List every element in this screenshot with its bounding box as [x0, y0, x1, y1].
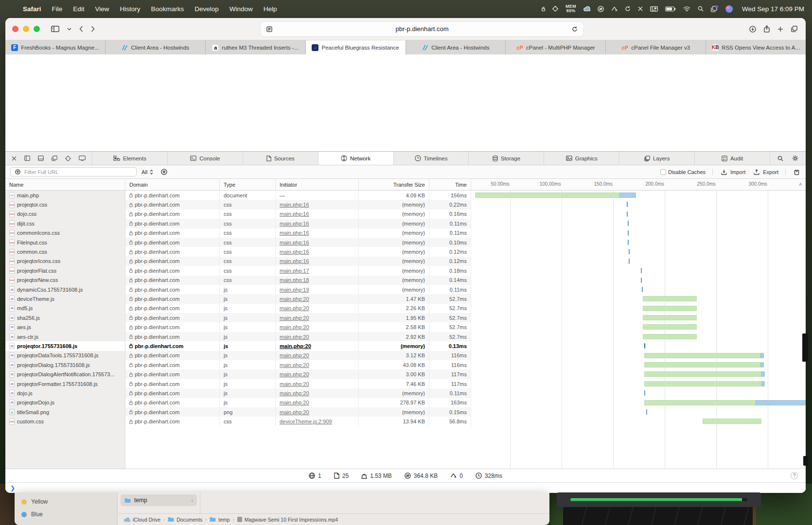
path-segment[interactable]: Documents	[168, 517, 202, 523]
stat-transfer[interactable]: 364.8 KB	[405, 472, 438, 479]
device-icon[interactable]	[77, 154, 87, 162]
finder-item-temp[interactable]: temp ›	[121, 494, 197, 506]
inspector-tab-graphics[interactable]: Graphics	[544, 152, 619, 165]
table-row[interactable]: JSprojeqtorFormatter.1755731608.jspbr-p.…	[5, 379, 806, 388]
initiator-link[interactable]: deviceTheme.js:2:909	[280, 419, 332, 424]
initiator-link[interactable]: main.php:16	[280, 230, 309, 236]
inspector-tab-layers[interactable]: Layers	[619, 152, 694, 165]
keyboard-icon[interactable]	[650, 6, 658, 12]
sidebar-icon[interactable]	[50, 24, 61, 34]
tab-cpanel-multiphp-manager[interactable]: cPcPanel - MultiPHP Manager	[506, 40, 606, 54]
tab-cpanel-file-manager-v3[interactable]: cPcPanel File Manager v3	[606, 40, 706, 54]
initiator-link[interactable]: main.php:20	[280, 371, 309, 377]
tab-freshbooks-magnus-magne[interactable]: FFreshBooks - Magnus Magne...	[5, 40, 106, 54]
minimize-window-button[interactable]	[23, 26, 29, 32]
inspector-tab-network[interactable]: Network	[318, 152, 393, 165]
initiator-link[interactable]: main.php:20	[280, 390, 309, 396]
path-segment[interactable]: Magwave Semi 10 First Impressions.mp4	[237, 517, 338, 523]
inspector-settings-icon[interactable]	[791, 154, 800, 163]
menu-safari[interactable]: Safari	[18, 5, 47, 13]
table-row[interactable]: JSprojeqtorDialog.1755731608.jspbr-p.die…	[5, 360, 806, 369]
tab-client-area-hostwinds[interactable]: Client Area - Hostwinds	[406, 40, 506, 54]
initiator-link[interactable]: main.php:20	[280, 315, 309, 321]
initiator-link[interactable]: main.php:20	[280, 334, 309, 340]
share-icon[interactable]	[762, 24, 771, 34]
battery-icon[interactable]	[665, 6, 676, 12]
inspector-tab-audit[interactable]: Audit	[694, 152, 770, 165]
table-row[interactable]: cssprojeqtorIcons.csspbr-p.dienhart.comc…	[5, 257, 806, 266]
menu-history[interactable]: History	[115, 5, 146, 13]
table-row[interactable]: JSdojo.jspbr-p.dienhart.comjsmain.php:20…	[5, 388, 806, 398]
forward-icon[interactable]	[89, 24, 96, 34]
initiator-link[interactable]: main.php:20	[280, 362, 309, 368]
table-row[interactable]: JSsha256.jspbr-p.dienhart.comjsmain.php:…	[5, 313, 806, 322]
menu-help[interactable]: Help	[258, 5, 282, 13]
initiator-link[interactable]: main.php:20	[280, 409, 309, 415]
stat-cache[interactable]: 0	[450, 472, 463, 479]
inspector-tab-storage[interactable]: Storage	[468, 152, 544, 165]
disable-caches-checkbox[interactable]	[660, 169, 666, 175]
close-inspector-icon[interactable]	[10, 155, 18, 162]
help-icon[interactable]: ?	[791, 472, 798, 479]
time-machine-icon[interactable]	[625, 6, 631, 12]
inspector-tab-console[interactable]: Console	[167, 152, 243, 165]
passwords-icon[interactable]	[542, 7, 545, 11]
chevron-down-icon[interactable]	[66, 26, 73, 32]
column-header-transfer-size[interactable]: Transfer Size	[359, 179, 429, 190]
finder-tag-yellow[interactable]: Yellow	[21, 495, 110, 508]
initiator-link[interactable]: main.php:20	[280, 352, 309, 358]
column-header-initiator[interactable]: Initiator	[276, 179, 359, 190]
reload-icon[interactable]	[570, 25, 579, 34]
new-tab-icon[interactable]	[776, 25, 785, 34]
initiator-link[interactable]: main.php:20	[280, 381, 309, 387]
menu-bookmarks[interactable]: Bookmarks	[146, 5, 190, 13]
collapse-timeline-icon[interactable]: ˄	[799, 182, 802, 187]
initiator-link[interactable]: main.php:16	[280, 258, 309, 264]
menu-edit[interactable]: Edit	[68, 5, 89, 13]
resource-scope-select[interactable]: All	[141, 168, 155, 176]
table-row[interactable]: JSaes.jspbr-p.dienhart.comjsmain.php:202…	[5, 322, 806, 332]
initiator-link[interactable]: main.php:17	[280, 268, 309, 274]
inspector-tab-timelines[interactable]: Timelines	[393, 152, 469, 165]
close-window-button[interactable]	[12, 26, 18, 32]
table-row[interactable]: JSdynamicCss.1755731608.jspbr-p.dienhart…	[5, 285, 806, 294]
column-header-time[interactable]: Time	[429, 179, 471, 190]
table-row[interactable]: cssprojeqtorNew.csspbr-p.dienhart.comcss…	[5, 276, 806, 285]
bluetooth-icon[interactable]	[638, 6, 643, 11]
stat-page[interactable]: 25	[334, 472, 349, 479]
tab-peaceful-bluegrass-resistance[interactable]: ♫Peaceful Bluegrass Resistance	[306, 40, 406, 54]
filter-options-icon[interactable]	[159, 167, 169, 176]
menubar-clock[interactable]: Wed Sep 17 6:09 PM	[742, 5, 804, 13]
memory-icon[interactable]: MEM65%	[565, 4, 576, 13]
table-row[interactable]: cssdojo.csspbr-p.dienhart.comcssmain.php…	[5, 210, 806, 219]
table-row[interactable]: cssprojeqtorFlat.csspbr-p.dienhart.comcs…	[5, 266, 806, 275]
tab-overview-icon[interactable]	[790, 24, 799, 34]
export-button[interactable]: Export	[752, 168, 778, 176]
menu-window[interactable]: Window	[224, 5, 258, 13]
dock-side-icon[interactable]	[23, 154, 32, 162]
import-button[interactable]: Import	[720, 168, 745, 176]
table-row[interactable]: JSprojeqtor.1755731608.jspbr-p.dienhart.…	[5, 341, 806, 350]
siri-icon[interactable]	[725, 5, 733, 13]
table-row[interactable]: <>main.phppbr-p.dienhart.comdocument—4.0…	[5, 191, 806, 200]
table-row[interactable]: JSprojeqtorDialogAlertNotification.17557…	[5, 369, 806, 379]
table-row[interactable]: csscustom.csspbr-p.dienhart.comcssdevice…	[5, 417, 806, 426]
table-row[interactable]: cssdijit.csspbr-p.dienhart.comcssmain.ph…	[5, 219, 806, 228]
stat-weight[interactable]: 1.53 MB	[361, 472, 392, 479]
table-row[interactable]: ▲titleSmall.pngpbr-p.dienhart.compngmain…	[5, 407, 806, 417]
stat-globe[interactable]: 1	[309, 472, 321, 479]
tab-client-area-hostwinds[interactable]: Client Area - Hostwinds	[106, 40, 206, 54]
stat-clock[interactable]: 328ms	[476, 472, 502, 479]
table-row[interactable]: JSaes-ctr.jspbr-p.dienhart.comjsmain.php…	[5, 332, 806, 341]
initiator-link[interactable]: main.php:16	[280, 202, 309, 208]
initiator-link[interactable]: main.php:20	[280, 400, 309, 405]
menu-develop[interactable]: Develop	[189, 5, 224, 13]
table-row[interactable]: csscommonIcons.csspbr-p.dienhart.comcssm…	[5, 228, 806, 238]
table-row[interactable]: csscommon.csspbr-p.dienhart.comcssmain.p…	[5, 247, 806, 256]
stage-app-icon[interactable]	[711, 6, 718, 12]
dock-bottom-icon[interactable]	[36, 154, 45, 162]
zoom-window-button[interactable]	[34, 26, 40, 32]
column-header-name[interactable]: Name	[5, 179, 125, 190]
initiator-link[interactable]: main.php:18	[280, 277, 309, 283]
table-row[interactable]: cssFileInput.csspbr-p.dienhart.comcssmai…	[5, 238, 806, 247]
